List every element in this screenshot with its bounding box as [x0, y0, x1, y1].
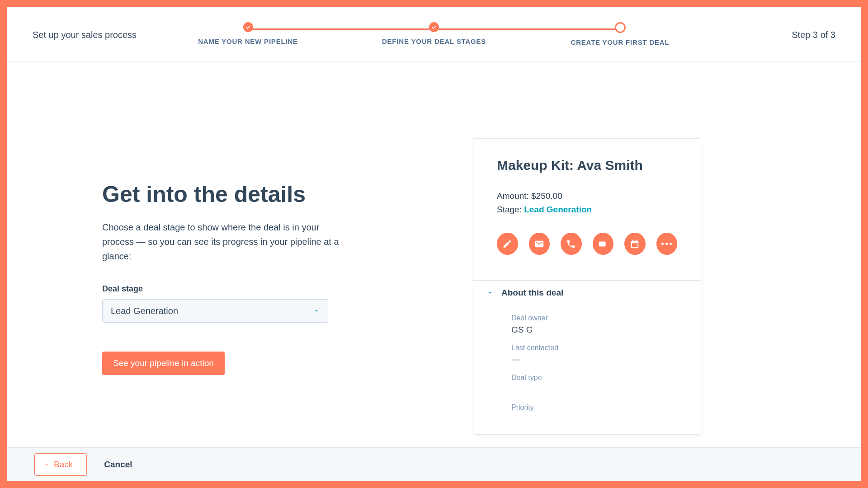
wizard-footer: Back Cancel: [7, 447, 861, 481]
about-this-deal-toggle[interactable]: About this deal: [473, 281, 701, 298]
last-contacted-value: ---: [511, 355, 689, 365]
page-subtitle: Choose a deal stage to show where the de…: [102, 220, 353, 263]
edit-icon[interactable]: [497, 233, 518, 255]
video-icon[interactable]: [593, 233, 614, 255]
check-icon: [429, 22, 439, 32]
wizard-title: Set up your sales process: [33, 30, 137, 40]
step-name-pipeline[interactable]: NAME YOUR NEW PIPELINE: [190, 22, 306, 46]
step-label: DEFINE YOUR DEAL STAGES: [377, 38, 492, 45]
chevron-left-icon: [44, 461, 49, 468]
step-define-stages[interactable]: DEFINE YOUR DEAL STAGES: [377, 22, 492, 46]
priority-label: Priority: [511, 404, 689, 412]
chevron-down-icon: [487, 290, 493, 296]
step-label: CREATE YOUR FIRST DEAL: [562, 38, 678, 46]
deal-title: Makeup Kit: Ava Smith: [497, 158, 677, 173]
deal-action-row: [497, 233, 677, 255]
deal-preview-card: Makeup Kit: Ava Smith Amount: $250.00 St…: [473, 138, 701, 435]
deal-amount: Amount: $250.00: [497, 191, 677, 201]
deal-stage: Stage: Lead Generation: [497, 205, 677, 215]
about-heading: About this deal: [501, 288, 563, 298]
see-pipeline-button[interactable]: See your pipeline in action: [102, 352, 225, 375]
deal-owner-label: Deal owner: [511, 314, 689, 322]
email-icon[interactable]: [529, 233, 550, 255]
step-create-deal[interactable]: CREATE YOUR FIRST DEAL: [562, 22, 678, 46]
deal-stage-label: Deal stage: [102, 284, 355, 294]
step-label: NAME YOUR NEW PIPELINE: [190, 38, 306, 45]
deal-type-value: [511, 385, 689, 394]
deal-type-label: Deal type: [511, 374, 689, 382]
calendar-icon[interactable]: [624, 233, 646, 255]
main-scroll[interactable]: Get into the details Choose a deal stage…: [7, 61, 861, 447]
deal-stage-value: Lead Generation: [111, 306, 178, 316]
last-contacted-label: Last contacted: [511, 344, 689, 352]
more-icon[interactable]: [656, 233, 678, 255]
wizard-header: Set up your sales process NAME YOUR NEW …: [7, 7, 861, 61]
page-title: Get into the details: [102, 181, 355, 207]
chevron-down-icon: [313, 308, 320, 314]
deal-stage-select[interactable]: Lead Generation: [102, 299, 328, 323]
stepper: NAME YOUR NEW PIPELINE DEFINE YOUR DEAL …: [190, 22, 678, 46]
step-counter: Step 3 of 3: [792, 30, 835, 40]
check-icon: [243, 22, 253, 32]
deal-owner-value: GS G: [511, 325, 689, 335]
cancel-link[interactable]: Cancel: [104, 460, 132, 469]
current-step-icon: [615, 22, 626, 33]
phone-icon[interactable]: [561, 233, 582, 255]
back-button[interactable]: Back: [34, 453, 87, 476]
